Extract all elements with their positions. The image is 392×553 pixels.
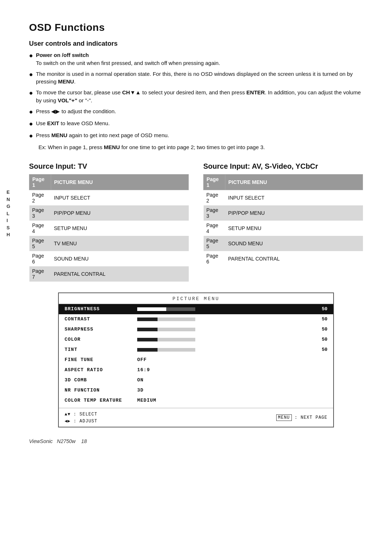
source-av-title: Source Input: AV, S-Video, YCbCr	[203, 162, 363, 171]
table-row: Page 4 SETUP MENU	[29, 221, 189, 236]
table-row: Page 3 PIP/POP MENU	[204, 205, 363, 221]
osd-footer-select: ▲▼ : SELECT	[65, 412, 97, 417]
osd-row-brightness: BRIGNHTNESS 50	[59, 304, 333, 314]
osd-label-aspect-ratio: ASPECT RATIO	[65, 367, 137, 373]
sub-text6-part1: Ex: When in page 1, press	[38, 144, 104, 150]
osd-bar-fill-tint	[137, 348, 158, 352]
table-row: Page 5 SOUND MENU	[204, 236, 363, 251]
osd-value-color: 50	[317, 337, 327, 342]
page-footer: ViewSonic N2750w 18	[29, 438, 363, 444]
bullet-dot-2: ●	[29, 70, 33, 79]
osd-text-value-color-temp: MEDIUM	[137, 398, 156, 403]
tv-page6-num: Page 6	[29, 251, 51, 266]
bullet-text3-part1: To move the cursor bar, please use	[36, 89, 122, 95]
osd-value-brightness: 50	[317, 306, 327, 312]
source-tv-title: Source Input: TV	[29, 162, 189, 171]
table-row: Page 3 PIP/POP MENU	[29, 205, 189, 221]
osd-row-3d-comb: 3D COMB ON	[59, 375, 333, 385]
bullet-text6-bold: MENU	[51, 132, 67, 138]
bullet-text2-bold: MENU	[58, 78, 74, 85]
tv-page2-num: Page 2	[29, 190, 51, 205]
osd-bar-area-contrast	[137, 318, 317, 321]
osd-row-sharpness: SHARPNESS 50	[59, 324, 333, 335]
tv-header-menu: PICTURE MENU	[51, 174, 189, 190]
osd-bar-fill-color	[137, 338, 158, 341]
osd-footer-menu-label: MENU	[276, 414, 292, 421]
osd-bar-area-color-temp: MEDIUM	[137, 398, 327, 403]
osd-row-nr-function: NR FUNCTION 3D	[59, 385, 333, 396]
osd-bar-area-3d-comb: ON	[137, 377, 327, 383]
av-page6-label: PARENTAL CONTRAL	[225, 251, 363, 266]
bullet-text-2: The monitor is used in a normal operatio…	[36, 70, 363, 86]
osd-bar-area-brightness	[137, 307, 317, 311]
av-header-menu: PICTURE MENU	[225, 174, 363, 190]
osd-footer-next-page: : NEXT PAGE	[295, 415, 327, 420]
osd-label-color-temp: COLOR TEMP ERATURE	[65, 398, 137, 403]
sidebar-h: H	[7, 231, 11, 238]
osd-footer-right: MENU : NEXT PAGE	[276, 412, 327, 424]
osd-text-value-fine-tune: OFF	[137, 357, 147, 362]
bullet-text2-part1: The monitor is used in a normal operatio…	[36, 71, 353, 85]
bullet-text3-bold2: ENTER	[246, 89, 265, 95]
av-page2-num: Page 2	[204, 190, 225, 205]
osd-value-sharpness: 50	[317, 327, 327, 332]
bullet-section: ● Power on /off switch To switch on the …	[29, 51, 363, 151]
osd-row-contrast: CONTRAST 50	[59, 314, 333, 324]
table-row: Page 4 SETUP MENU	[204, 221, 363, 236]
bullet-item-4: ● Press ◀▶ to adjust the condition.	[29, 107, 363, 116]
bullet-item-6: ● Press MENU again to get into next page…	[29, 131, 363, 140]
bullet-item-1: ● Power on /off switch To switch on the …	[29, 51, 363, 67]
sub-text6-end: for one time to get into page 2; two tim…	[120, 144, 265, 150]
osd-label-3d-comb: 3D COMB	[65, 377, 137, 383]
bullet-text3-bold3: VOL"+"	[58, 97, 77, 103]
osd-bar-fill-sharpness	[137, 328, 158, 331]
osd-label-color: COLOR	[65, 337, 137, 342]
osd-footer-adjust: ◀▶ : ADJUST	[65, 418, 97, 424]
osd-picture-menu-box: PICTURE MENU BRIGNHTNESS 50 CONTRAST 50 …	[58, 292, 334, 427]
bullet-text-4: Press ◀▶ to adjust the condition.	[36, 107, 363, 115]
av-page2-label: INPUT SELECT	[225, 190, 363, 205]
osd-row-color-temp: COLOR TEMP ERATURE MEDIUM	[59, 396, 333, 406]
osd-label-tint: TINT	[65, 347, 137, 352]
osd-label-contrast: CONTRAST	[65, 316, 137, 322]
bullet-text3-end: or "-".	[77, 97, 92, 103]
osd-row-aspect-ratio: ASPECT RATIO 16:9	[59, 365, 333, 375]
table-header-row-av: Page 1 PICTURE MENU	[204, 174, 363, 190]
table-header-row-tv: Page 1 PICTURE MENU	[29, 174, 189, 190]
av-page3-label: PIP/POP MENU	[225, 205, 363, 221]
source-col-av: Source Input: AV, S-Video, YCbCr Page 1 …	[203, 162, 363, 266]
table-row: Page 2 INPUT SELECT	[29, 190, 189, 205]
osd-bar-track-brightness	[137, 307, 195, 311]
bullet-item-2: ● The monitor is used in a normal operat…	[29, 70, 363, 86]
osd-text-value-3d-comb: ON	[137, 377, 144, 383]
osd-row-color: COLOR 50	[59, 335, 333, 345]
osd-row-fine-tune: FINE TUNE OFF	[59, 355, 333, 365]
sub-text6-bold: MENU	[104, 144, 120, 150]
bullet-text6-part1: Press	[36, 132, 52, 138]
tv-header-page: Page 1	[29, 174, 51, 190]
av-page3-num: Page 3	[204, 205, 225, 221]
source-tv-table: Page 1 PICTURE MENU Page 2 INPUT SELECT …	[29, 174, 189, 282]
bullet-dot-5: ●	[29, 119, 33, 128]
bullet-text3-mid1: to select your desired item, and then pr…	[141, 89, 246, 95]
sidebar-g: G	[7, 203, 11, 210]
osd-title-bar: PICTURE MENU	[59, 293, 333, 304]
table-row: Page 7 PARENTAL CONTRAL	[29, 266, 189, 282]
tv-page5-label: TV MENU	[51, 236, 189, 251]
bullet-text5-end: to leave OSD Menu.	[59, 120, 110, 126]
bullet-text5-bold: EXIT	[47, 120, 59, 126]
bullet-text-3: To move the cursor bar, please use CH▼▲ …	[36, 89, 363, 105]
av-header-page: Page 1	[204, 174, 225, 190]
osd-footer: ▲▼ : SELECT ◀▶ : ADJUST MENU : NEXT PAGE	[59, 408, 333, 427]
osd-bar-area-fine-tune: OFF	[137, 357, 327, 362]
tv-page6-label: SOUND MENU	[51, 251, 189, 266]
av-page6-num: Page 6	[204, 251, 225, 266]
osd-bar-track-sharpness	[137, 328, 195, 331]
sidebar-l: L	[7, 210, 11, 217]
table-row: Page 6 SOUND MENU	[29, 251, 189, 266]
bullet-dot-3: ●	[29, 88, 33, 98]
footer-brand: ViewSonic	[29, 438, 53, 444]
osd-label-sharpness: SHARPNESS	[65, 327, 137, 332]
bullet-text2-end: .	[74, 78, 75, 85]
osd-bar-fill-contrast	[137, 318, 158, 321]
